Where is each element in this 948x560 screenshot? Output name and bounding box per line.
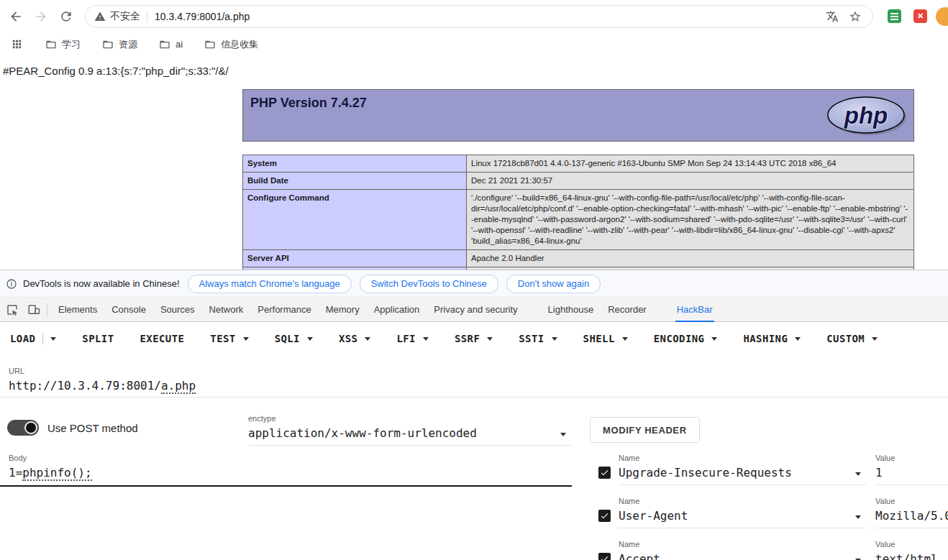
tab-performance[interactable]: Performance [250,298,318,322]
phpinfo-block: PHP Version 7.4.27 php [242,89,914,270]
tab-application[interactable]: Application [367,298,427,322]
menu-shell[interactable]: SHELL [583,333,628,344]
bookmark-item-1[interactable]: 学习 [45,38,81,51]
menu-test[interactable]: TEST [210,333,248,344]
headers-list: Name Upgrade-Insecure-Requests Value 1 N… [590,454,948,560]
table-row: System Linux 17218cb87d01 4.4.0-137-gene… [243,155,914,173]
tab-elements[interactable]: Elements [51,298,104,322]
header-row: Name User-Agent Value Mozilla/5.0 [590,497,948,540]
menu-ssrf-label: SSRF [455,333,480,344]
back-button[interactable] [6,7,25,26]
menu-load-label: LOAD [10,333,35,344]
header-value-input[interactable]: Value Mozilla/5.0 [875,497,948,528]
hackbar-panel: LOAD SPLIT EXECUTE TEST SQLI XSS LFI SSR… [0,322,948,560]
menu-split-label: SPLIT [82,333,114,344]
folder-icon [102,39,114,50]
chevron-down-icon[interactable] [855,472,861,476]
arrow-right-icon [34,9,48,24]
header-checkbox[interactable] [598,467,611,479]
tab-recorder[interactable]: Recorder [601,298,653,322]
row-label: Configure Command [243,189,467,249]
header-name-value: User-Agent [619,509,867,523]
bookmark-star-button[interactable] [847,8,864,25]
post-method-toggle[interactable] [7,420,39,436]
menu-ssrf[interactable]: SSRF [455,333,493,344]
security-label: 不安全 [110,10,140,23]
translate-icon [826,10,839,23]
tab-hackbar[interactable]: HackBar [670,298,720,322]
menu-hashing-label: HASHING [743,333,788,344]
php-logo-text: php [844,102,888,129]
menu-sqli[interactable]: SQLI [275,333,313,344]
menu-lfi-label: LFI [396,333,416,344]
chevron-down-icon [307,337,313,341]
tab-lighthouse[interactable]: Lighthouse [541,298,601,322]
header-name-select[interactable]: Name Accept [619,540,867,560]
tab-network[interactable]: Network [202,298,251,322]
folder-icon [45,39,57,50]
chevron-down-icon[interactable] [855,515,861,519]
php-version-header: PHP Version 7.4.27 php [242,89,914,142]
dont-show-again-button[interactable]: Don't show again [506,275,601,293]
menu-xss[interactable]: XSS [339,333,371,344]
menu-lfi[interactable]: LFI [396,333,429,344]
menu-hashing[interactable]: HASHING [743,333,801,344]
profile-avatar[interactable] [936,7,948,26]
header-name-select[interactable]: Name User-Agent [619,497,867,528]
menu-execute[interactable]: EXECUTE [140,333,184,344]
menu-load-divider [42,333,43,344]
chevron-down-icon [487,337,493,341]
device-toolbar-button[interactable] [24,300,43,319]
header-name-value: Accept [619,552,867,560]
forward-button[interactable] [32,7,50,26]
url-input[interactable]: URL http://10.3.4.79:8001/a.php [0,367,948,398]
header-name-select[interactable]: Name Upgrade-Insecure-Requests [619,454,867,485]
menu-xss-label: XSS [339,333,358,344]
header-value-input[interactable]: Value text/html [875,540,948,560]
table-row: Server API Apache 2.0 Handler [243,249,914,267]
menu-split[interactable]: SPLIT [82,333,114,344]
url-field-value: http://10.3.4.79:8001/a.php [9,379,948,393]
star-icon [849,10,862,23]
row-label: Server API [243,249,467,267]
table-row: Build Date Dec 21 2021 21:30:57 [243,172,914,189]
translate-button[interactable] [824,8,841,25]
enctype-select[interactable]: enctype application/x-www-form-urlencode… [248,414,572,446]
bookmark-item-4[interactable]: 信息收集 [204,38,258,51]
menu-load[interactable]: LOAD [10,333,56,344]
bookmark-label: ai [176,39,183,50]
inspect-element-button[interactable] [3,300,22,319]
header-value-text: 1 [875,466,948,479]
url-value-file: a.php [161,379,196,394]
refresh-button[interactable] [57,7,76,26]
menu-encoding[interactable]: ENCODING [654,333,718,344]
menu-ssti[interactable]: SSTI [519,333,557,344]
browser-toolbar: 不安全 10.3.4.79:8001/a.php ✕ [0,0,948,32]
security-chip[interactable]: 不安全 [94,10,147,23]
address-bar[interactable]: 不安全 10.3.4.79:8001/a.php [85,5,873,28]
post-method-label: Use POST method [47,422,138,434]
checkmark-icon [600,468,609,477]
body-input[interactable]: Body 1=phpinfo(); [0,454,572,487]
header-checkbox[interactable] [598,553,611,560]
header-checkbox[interactable] [598,510,611,522]
chevron-down-icon[interactable] [50,337,56,341]
bookmark-item-3[interactable]: ai [159,39,183,50]
tab-memory[interactable]: Memory [319,298,367,322]
switch-chinese-button[interactable]: Switch DevTools to Chinese [360,275,498,293]
apps-grid-button[interactable] [9,37,24,52]
header-value-input[interactable]: Value 1 [875,454,948,485]
header-value-text: text/html [875,552,948,560]
tab-console[interactable]: Console [104,298,153,322]
match-language-button[interactable]: Always match Chrome's language [188,275,352,293]
extension-red-icon[interactable]: ✕ [913,9,927,23]
chevron-down-icon[interactable] [560,433,566,436]
extension-green-icon[interactable] [888,9,901,23]
menu-custom[interactable]: CUSTOM [826,333,878,344]
tab-sources[interactable]: Sources [153,298,202,322]
enctype-label: enctype [248,414,572,423]
info-icon [6,278,17,290]
modify-header-button[interactable]: MODIFY HEADER [590,417,700,443]
bookmark-item-2[interactable]: 资源 [102,38,137,51]
tab-privacy-security[interactable]: Privacy and security [427,298,524,322]
